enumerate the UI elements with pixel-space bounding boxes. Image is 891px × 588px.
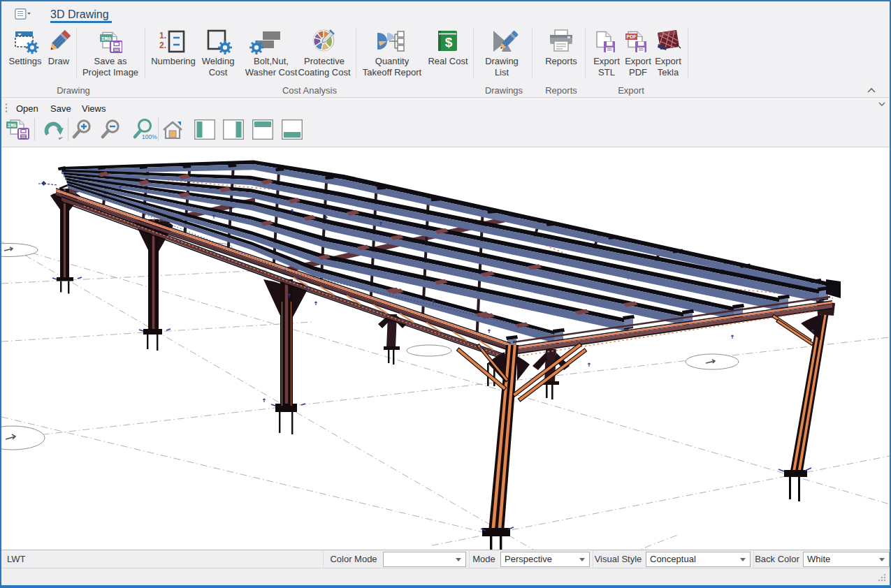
svg-text:IMG: IMG: [101, 36, 112, 42]
svg-text:PDF: PDF: [627, 34, 637, 39]
svg-text:100%: 100%: [142, 133, 157, 140]
svg-text:$: $: [445, 35, 453, 50]
svg-text:IMG: IMG: [8, 123, 17, 128]
svg-text:1.: 1.: [159, 31, 166, 41]
svg-text:2.: 2.: [159, 41, 166, 50]
